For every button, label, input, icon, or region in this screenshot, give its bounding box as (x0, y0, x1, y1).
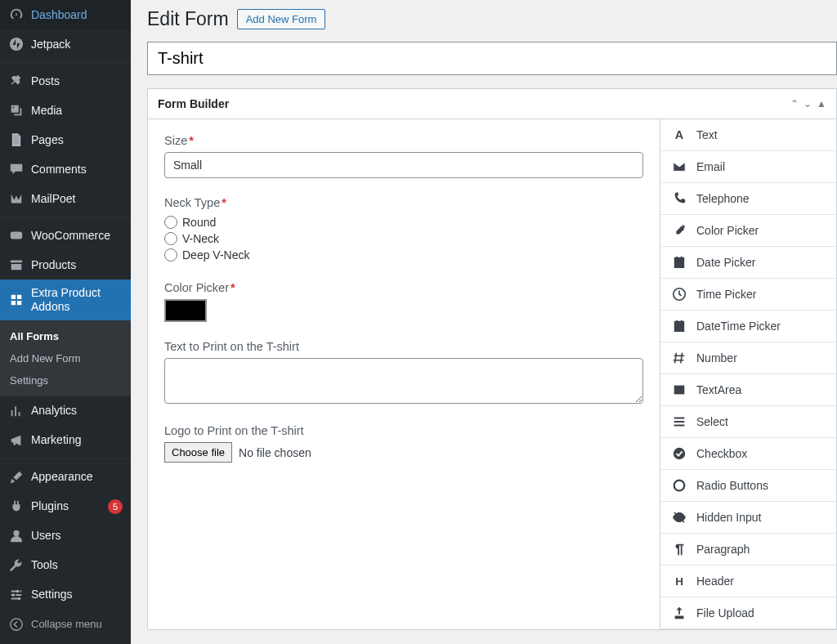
panel-move-down-icon[interactable]: ⌄ (803, 98, 812, 110)
comments-icon (8, 161, 25, 177)
sidebar-item-mailpoet[interactable]: MailPoet (0, 184, 131, 213)
field-color-label: Color Picker* (164, 281, 643, 294)
sidebar-item-label: Dashboard (31, 8, 123, 22)
svg-point-4 (12, 593, 16, 597)
add-new-form-button[interactable]: Add New Form (237, 9, 326, 29)
palette-item-label: Paragraph (696, 543, 750, 556)
palette-item-telephone[interactable]: Telephone (660, 183, 836, 215)
sidebar-item-label: Media (31, 104, 123, 118)
sidebar-subitem-all-forms[interactable]: All Forms (0, 325, 131, 347)
palette-item-label: Number (696, 351, 737, 364)
page-title: Edit Form (147, 8, 229, 30)
textarea-icon (672, 382, 687, 397)
sidebar-item-users[interactable]: Users (0, 521, 131, 551)
palette-item-textarea[interactable]: TextArea (660, 374, 836, 406)
color-picker-swatch[interactable] (164, 299, 207, 322)
form-builder-panel: Form Builder ⌃ ⌄ ▲ Size* Neck Type* Roun… (147, 88, 837, 630)
palette-item-fileupload[interactable]: File Upload (660, 597, 836, 629)
neck-radio-2[interactable] (164, 248, 177, 262)
sidebar-item-dashboard[interactable]: Dashboard (0, 0, 131, 29)
print-text-textarea[interactable] (164, 358, 643, 404)
palette-item-hidden[interactable]: Hidden Input (660, 502, 836, 534)
sidebar-item-epa[interactable]: Extra Product Addons (0, 280, 131, 320)
neck-option-1[interactable]: V-Neck (164, 230, 643, 247)
sidebar-item-label: Pages (31, 133, 123, 147)
sidebar-item-media[interactable]: Media (0, 96, 131, 125)
palette-item-number[interactable]: Number (660, 342, 836, 374)
datetimepicker-icon (672, 319, 687, 333)
size-input[interactable] (164, 152, 643, 178)
palette-item-email[interactable]: Email (660, 151, 836, 183)
palette-item-label: Color Picker (696, 224, 759, 237)
sidebar-subitem-settings[interactable]: Settings (0, 369, 131, 391)
neck-radio-0[interactable] (164, 216, 177, 229)
sidebar-item-label: MailPoet (31, 192, 123, 206)
panel-title: Form Builder (158, 97, 229, 110)
svg-rect-2 (11, 232, 22, 239)
hidden-icon (672, 510, 687, 525)
palette-item-checkbox[interactable]: Checkbox (660, 438, 836, 470)
choose-file-button[interactable]: Choose file (164, 442, 232, 463)
dashboard-icon (8, 7, 25, 23)
file-status-text: No file chosen (239, 446, 311, 459)
jetpack-icon (8, 36, 25, 52)
palette-item-label: File Upload (696, 606, 754, 619)
sidebar-item-posts[interactable]: Posts (0, 66, 131, 96)
panel-move-up-icon[interactable]: ⌃ (790, 98, 799, 110)
palette-item-label: Email (696, 160, 725, 173)
palette-item-timepicker[interactable]: Time Picker (660, 279, 836, 311)
palette-item-label: Text (696, 128, 718, 141)
sidebar-item-plugins[interactable]: Plugins5 (0, 492, 131, 521)
sidebar-item-collapse[interactable]: Collapse menu (0, 610, 131, 639)
field-palette: ATextEmailTelephoneColor PickerDate Pick… (660, 119, 836, 629)
palette-item-select[interactable]: Select (660, 406, 836, 438)
svg-point-3 (16, 589, 20, 593)
field-print-text-label: Text to Print on the T-shirt (164, 340, 643, 353)
palette-item-datetimepicker[interactable]: DateTime Picker (660, 311, 836, 342)
checkbox-icon (672, 446, 687, 461)
form-name-input[interactable] (147, 42, 837, 75)
sidebar-item-woocommerce[interactable]: WooCommerce (0, 221, 131, 250)
palette-item-colorpicker[interactable]: Color Picker (660, 215, 836, 247)
palette-item-label: Date Picker (696, 256, 755, 269)
palette-item-header[interactable]: HHeader (660, 566, 836, 597)
field-print-text: Text to Print on the T-shirt (164, 340, 643, 406)
sidebar-item-pages[interactable]: Pages (0, 125, 131, 154)
palette-item-text[interactable]: AText (660, 119, 836, 151)
panel-header: Form Builder ⌃ ⌄ ▲ (148, 89, 836, 119)
sidebar-subitem-add-new-form[interactable]: Add New Form (0, 347, 131, 369)
panel-toggle-icon[interactable]: ▲ (817, 98, 826, 110)
palette-item-paragraph[interactable]: Paragraph (660, 534, 836, 566)
epa-icon (8, 292, 25, 308)
sidebar-item-marketing[interactable]: Marketing (0, 426, 131, 455)
neck-option-0[interactable]: Round (164, 214, 643, 230)
sidebar-item-label: Products (31, 258, 123, 272)
palette-item-radio[interactable]: Radio Buttons (660, 470, 836, 502)
builder-canvas: Size* Neck Type* RoundV-NeckDeep V-Neck … (148, 119, 660, 629)
sidebar-item-jetpack[interactable]: Jetpack (0, 29, 131, 59)
palette-item-datepicker[interactable]: Date Picker (660, 247, 836, 279)
svg-point-11 (674, 481, 685, 491)
palette-item-label: Checkbox (696, 447, 747, 460)
text-icon: A (672, 127, 687, 142)
field-color: Color Picker* (164, 281, 643, 322)
settings-main-icon (8, 587, 25, 603)
sidebar-item-settings-main[interactable]: Settings (0, 580, 131, 610)
sidebar-item-comments[interactable]: Comments (0, 154, 131, 184)
sidebar-item-tools[interactable]: Tools (0, 551, 131, 580)
users-icon (8, 528, 25, 544)
palette-item-label: TextArea (696, 383, 741, 396)
marketing-icon (8, 432, 25, 449)
posts-icon (8, 73, 25, 89)
sidebar-item-products[interactable]: Products (0, 250, 131, 280)
panel-handles: ⌃ ⌄ ▲ (790, 98, 826, 110)
field-neck: Neck Type* RoundV-NeckDeep V-Neck (164, 196, 643, 263)
svg-point-10 (674, 448, 685, 459)
neck-option-2[interactable]: Deep V-Neck (164, 247, 643, 263)
sidebar-item-analytics[interactable]: Analytics (0, 396, 131, 426)
header-icon: H (672, 574, 687, 588)
sidebar-item-label: Extra Product Addons (31, 286, 123, 314)
neck-radio-1[interactable] (164, 232, 177, 245)
neck-option-label: V-Neck (182, 232, 219, 245)
sidebar-item-appearance[interactable]: Appearance (0, 463, 131, 492)
